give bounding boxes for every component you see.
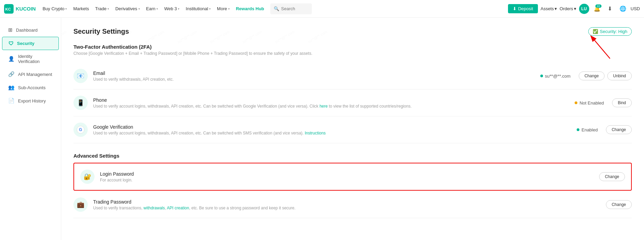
api-icon: 🔗 bbox=[8, 71, 15, 77]
avatar[interactable]: LU bbox=[579, 4, 589, 14]
chevron-down-icon: ▾ bbox=[156, 7, 158, 11]
green-dot-icon bbox=[577, 128, 579, 131]
nav-rewards-hub[interactable]: Rewards Hub bbox=[233, 0, 267, 18]
email-info: Email Used to verify withdrawals, API cr… bbox=[93, 70, 540, 82]
chevron-down-icon: ▾ bbox=[574, 6, 576, 11]
language-button[interactable]: 🌐 bbox=[618, 4, 628, 14]
login-password-name: Login Password bbox=[100, 171, 599, 177]
nav-web3[interactable]: Web 3 ▾ bbox=[162, 0, 182, 18]
nav-markets[interactable]: Markets bbox=[70, 0, 91, 18]
twofa-title: Two-Factor Authentication (2FA) bbox=[73, 44, 632, 50]
nav-more[interactable]: More ▾ bbox=[214, 0, 233, 18]
login-password-icon: 🔐 bbox=[80, 170, 95, 184]
trading-password-desc: Used to verify transactions, withdrawals… bbox=[93, 206, 606, 210]
person-icon: 👤 bbox=[8, 56, 15, 62]
orange-dot-icon bbox=[575, 101, 577, 104]
google-desc: Used to verify account logins, withdrawa… bbox=[93, 131, 577, 135]
sidebar-item-subaccounts[interactable]: 👥 Sub-Accounts bbox=[2, 81, 59, 94]
withdrawals-link[interactable]: withdrawals bbox=[143, 206, 165, 210]
chevron-down-icon: ▾ bbox=[138, 7, 140, 11]
google-status: Enabled bbox=[577, 127, 598, 132]
trading-password-change-button[interactable]: Change bbox=[606, 200, 632, 209]
login-password-info: Login Password For account login. bbox=[100, 171, 599, 182]
advanced-settings-section: Advanced Settings 🔐 Login Password For a… bbox=[73, 153, 632, 218]
notification-button[interactable]: 🔔 10 bbox=[592, 4, 602, 14]
email-icon: 📧 bbox=[73, 69, 88, 83]
svg-text:KC: KC bbox=[5, 7, 11, 11]
google-name: Google Verification bbox=[93, 124, 577, 130]
svg-text:G: G bbox=[79, 127, 82, 132]
sidebar-item-identity[interactable]: 👤 Identity Verification bbox=[2, 50, 59, 67]
phone-info: Phone Used to verify account logins, wit… bbox=[93, 97, 575, 109]
deposit-icon: ⬇ bbox=[513, 6, 516, 11]
here-link[interactable]: here bbox=[320, 104, 328, 109]
login-password-row: 🔐 Login Password For account login. Chan… bbox=[73, 163, 632, 191]
email-name: Email bbox=[93, 70, 540, 76]
chevron-down-icon: ▾ bbox=[107, 7, 109, 11]
shield-check-icon: ✅ bbox=[593, 29, 598, 34]
chevron-down-icon: ▾ bbox=[228, 7, 230, 11]
api-creation-link[interactable]: API creation bbox=[167, 206, 189, 210]
main-layout: ⊞ Dashboard 🛡 Security 👤 Identity Verifi… bbox=[0, 18, 644, 240]
page-header: Security Settings ✅ Security: High bbox=[73, 27, 632, 36]
deposit-button[interactable]: ⬇ Deposit bbox=[508, 4, 538, 13]
google-actions: Change bbox=[606, 125, 632, 134]
nav-derivatives[interactable]: Derivatives ▾ bbox=[113, 0, 142, 18]
email-row: 📧 Email Used to verify withdrawals, API … bbox=[73, 63, 632, 90]
chevron-down-icon: ▾ bbox=[178, 7, 180, 11]
google-icon: G bbox=[73, 123, 88, 137]
sidebar-item-dashboard[interactable]: ⊞ Dashboard bbox=[2, 23, 59, 36]
orders-button[interactable]: Orders ▾ bbox=[560, 6, 576, 11]
trading-password-actions: Change bbox=[606, 200, 632, 209]
phone-name: Phone bbox=[93, 97, 575, 103]
login-password-desc: For account login. bbox=[100, 178, 599, 182]
search-box[interactable]: 🔍 bbox=[270, 3, 312, 14]
google-info: Google Verification Used to verify accou… bbox=[93, 124, 577, 135]
phone-icon: 📱 bbox=[73, 96, 88, 110]
search-input[interactable] bbox=[281, 6, 308, 11]
chevron-down-icon: ▾ bbox=[209, 7, 211, 11]
sidebar-item-api[interactable]: 🔗 API Management bbox=[2, 68, 59, 81]
nav-institutional[interactable]: Institutional ▾ bbox=[183, 0, 214, 18]
green-dot-icon bbox=[540, 75, 543, 77]
trading-password-row: 💼 Trading Password Used to verify transa… bbox=[73, 191, 632, 218]
nav-trade[interactable]: Trade ▾ bbox=[92, 0, 112, 18]
email-unbind-button[interactable]: Unbind bbox=[607, 71, 632, 80]
shield-icon: 🛡 bbox=[9, 41, 14, 46]
nav-buy-crypto[interactable]: Buy Crypto ▾ bbox=[40, 0, 70, 18]
assets-button[interactable]: Assets ▾ bbox=[541, 6, 557, 11]
search-icon: 🔍 bbox=[274, 6, 279, 11]
export-icon: 📄 bbox=[8, 98, 15, 104]
google-change-button[interactable]: Change bbox=[606, 125, 632, 134]
phone-bind-button[interactable]: Bind bbox=[612, 98, 632, 107]
email-actions: Change Unbind bbox=[579, 71, 632, 80]
chevron-down-icon: ▾ bbox=[555, 6, 557, 11]
login-password-actions: Change bbox=[599, 172, 625, 181]
advanced-title: Advanced Settings bbox=[73, 153, 632, 159]
phone-desc: Used to verify account logins, withdrawa… bbox=[93, 104, 575, 109]
download-button[interactable]: ⬇ bbox=[605, 4, 615, 14]
sidebar-item-security[interactable]: 🛡 Security bbox=[2, 37, 59, 50]
instructions-link[interactable]: Instructions bbox=[305, 131, 325, 135]
logo[interactable]: KC KUCOIN bbox=[4, 4, 36, 14]
phone-status: Not Enabled bbox=[575, 100, 604, 106]
email-desc: Used to verify withdrawals, API creation… bbox=[93, 77, 540, 82]
currency-selector[interactable]: USD bbox=[631, 6, 640, 11]
sidebar-item-export-history[interactable]: 📄 Export History bbox=[2, 94, 59, 107]
top-navigation: KC KUCOIN Buy Crypto ▾ Markets Trade ▾ D… bbox=[0, 0, 644, 18]
chevron-down-icon: ▾ bbox=[65, 7, 67, 11]
email-status: su**@**.com bbox=[540, 74, 571, 79]
content-area: Security Settings ✅ Security: High Two-F… bbox=[73, 27, 632, 218]
email-change-button[interactable]: Change bbox=[579, 71, 605, 80]
phone-row: 📱 Phone Used to verify account logins, w… bbox=[73, 90, 632, 116]
notification-badge: 10 bbox=[595, 4, 601, 8]
login-password-change-button[interactable]: Change bbox=[599, 172, 625, 181]
google-verification-row: G Google Verification Used to verify acc… bbox=[73, 116, 632, 143]
nav-earn[interactable]: Earn ▾ bbox=[143, 0, 161, 18]
trading-password-name: Trading Password bbox=[93, 199, 606, 205]
main-content: su**@**.com su**@**.com su**@**.com su**… bbox=[61, 18, 644, 240]
group-icon: 👥 bbox=[8, 84, 15, 91]
dashboard-icon: ⊞ bbox=[8, 27, 13, 33]
sidebar: ⊞ Dashboard 🛡 Security 👤 Identity Verifi… bbox=[0, 18, 61, 240]
twofa-desc: Choose [Google Verification + Email + Tr… bbox=[73, 51, 632, 56]
